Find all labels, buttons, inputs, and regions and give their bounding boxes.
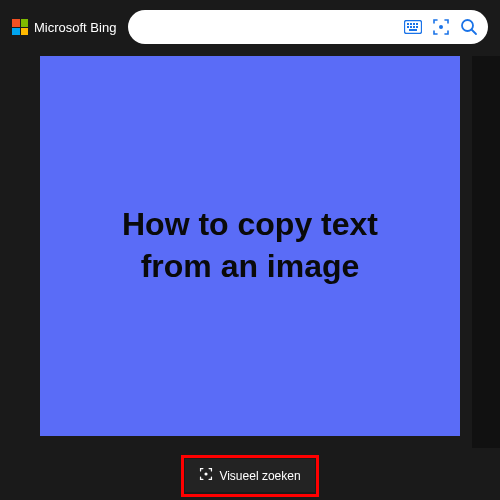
search-icon-group [404,18,478,36]
svg-rect-2 [410,23,412,25]
image-text-line2: from an image [141,248,360,284]
svg-rect-8 [416,26,418,28]
svg-point-10 [439,25,443,29]
visual-search-icon [199,467,213,484]
svg-point-13 [205,472,208,475]
image-preview[interactable]: How to copy text from an image [40,56,460,436]
brand-text: Microsoft Bing [34,20,116,35]
search-box[interactable] [128,10,488,44]
image-text: How to copy text from an image [92,204,408,287]
header: Microsoft Bing [0,0,500,54]
visual-search-label: Visueel zoeken [219,469,300,483]
search-input[interactable] [138,19,404,35]
svg-rect-9 [409,29,417,31]
content-area: How to copy text from an image [0,54,500,436]
microsoft-logo-icon [12,19,28,35]
svg-line-12 [472,30,477,35]
bottom-action-bar: Visueel zoeken [0,459,500,492]
svg-rect-3 [413,23,415,25]
search-icon[interactable] [460,18,478,36]
visual-search-button[interactable]: Visueel zoeken [185,459,314,492]
keyboard-icon[interactable] [404,20,422,34]
svg-rect-7 [413,26,415,28]
svg-rect-5 [407,26,409,28]
svg-rect-4 [416,23,418,25]
svg-rect-6 [410,26,412,28]
brand-logo-area[interactable]: Microsoft Bing [12,19,116,35]
svg-rect-1 [407,23,409,25]
image-text-line1: How to copy text [122,206,378,242]
side-panel-strip [472,56,500,448]
visual-search-icon[interactable] [432,18,450,36]
